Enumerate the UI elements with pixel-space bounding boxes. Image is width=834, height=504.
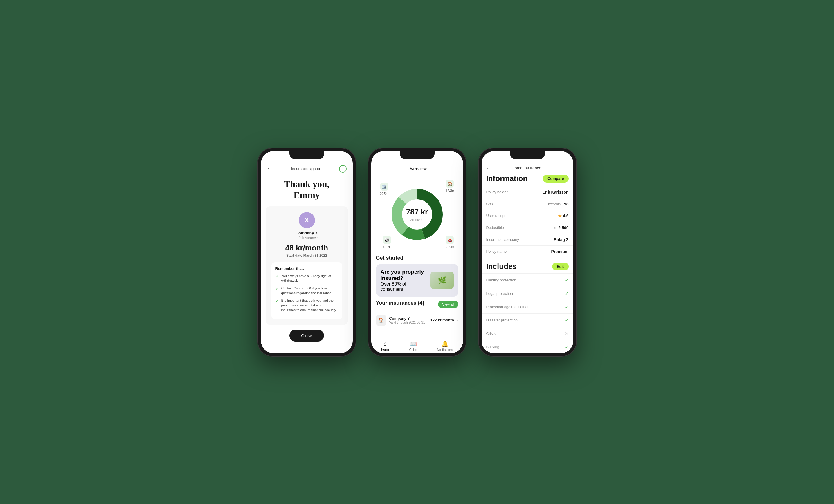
chart-icon-family: 👨‍👩‍👧 bbox=[383, 236, 391, 244]
disaster-label: Disaster protection bbox=[486, 318, 518, 322]
chart-amount-353: 353kr bbox=[445, 245, 454, 249]
cost-unit: kr/month bbox=[548, 202, 561, 206]
donut-center: 787 kr per month bbox=[406, 207, 428, 222]
chart-label-br: 🚗 353kr bbox=[445, 236, 454, 249]
deductible-value: kr 2 500 bbox=[554, 226, 569, 230]
info-row-cost: Cost kr/month 158 bbox=[482, 198, 573, 210]
chart-label-tl: 🏛️ 225kr bbox=[380, 183, 389, 196]
insurance-name: Company Y bbox=[389, 316, 427, 321]
home-nav-label: Home bbox=[381, 348, 389, 351]
check-icon-2: ✓ bbox=[276, 286, 279, 291]
deductible-label: Deductible bbox=[486, 226, 504, 230]
phone1-shell: ← Insurance signup Thank you,Emmy X Comp… bbox=[258, 148, 356, 357]
promo-subtitle: Over 80% of consumers bbox=[380, 281, 427, 292]
total-amount: 787 kr bbox=[406, 207, 428, 216]
id-theft-check-icon: ✓ bbox=[565, 304, 569, 310]
check-icon-1: ✓ bbox=[276, 274, 279, 278]
insurances-section: Your insurances (4) View all 🏠 Company Y… bbox=[371, 300, 463, 328]
nav-guide[interactable]: 📖 Guide bbox=[409, 340, 417, 351]
phone3-header: ← Home insurance bbox=[482, 163, 573, 174]
feature-id-theft: Protection against ID theft ✓ bbox=[482, 300, 573, 313]
feature-legal: Legal protection ✓ bbox=[482, 287, 573, 300]
edit-button[interactable]: Edit bbox=[552, 262, 569, 270]
insurances-title: Your insurances (4) bbox=[376, 300, 424, 306]
nav-home[interactable]: ⌂ Home bbox=[381, 340, 389, 351]
policyholder-label: Policy holder bbox=[486, 190, 508, 194]
info-row-rating: User rating ★ 4.6 bbox=[482, 210, 573, 222]
rating-label: User rating bbox=[486, 213, 505, 218]
guide-nav-icon: 📖 bbox=[410, 340, 417, 347]
includes-title: Includes bbox=[486, 262, 517, 271]
phone3-screen: ← Home insurance Information Compare Pol… bbox=[482, 151, 573, 353]
notifications-nav-label: Notifications bbox=[437, 348, 453, 351]
phone1: ← Insurance signup Thank you,Emmy X Comp… bbox=[258, 148, 356, 357]
checklist-item-2: ✓ Contact Company X if you have question… bbox=[276, 286, 338, 295]
phone1-content: ← Insurance signup Thank you,Emmy X Comp… bbox=[261, 151, 353, 353]
information-title: Information bbox=[486, 174, 528, 183]
insurances-header: Your insurances (4) View all bbox=[376, 300, 458, 309]
nav-notifications[interactable]: 🔔 Notifications bbox=[437, 340, 453, 351]
phone1-header: ← Insurance signup bbox=[261, 163, 353, 176]
phone3: ← Home insurance Information Compare Pol… bbox=[478, 148, 577, 357]
promo-heading: Are you properly insured? bbox=[380, 269, 427, 281]
home-nav-icon: ⌂ bbox=[383, 340, 387, 347]
status-circle-icon bbox=[339, 165, 347, 173]
insurance-info: Company Y Valid through 2021-06-31 bbox=[389, 316, 427, 324]
rating-number: 4.6 bbox=[563, 213, 568, 218]
rating-value: ★ 4.6 bbox=[558, 213, 568, 218]
phone3-page-title: Home insurance bbox=[512, 166, 541, 170]
phone1-page-title: Insurance signup bbox=[291, 166, 320, 171]
chart-amount-225: 225kr bbox=[380, 192, 389, 196]
insurance-icon: 🏠 bbox=[376, 315, 387, 325]
chart-amount-124: 124kr bbox=[445, 189, 454, 193]
crisis-x-icon: ✕ bbox=[565, 331, 569, 336]
phone2-shell: Overview 🏛️ 225kr 🏠 124kr bbox=[368, 148, 466, 357]
donut-chart-area: 🏛️ 225kr 🏠 124kr bbox=[371, 174, 463, 255]
bottom-nav: ⌂ Home 📖 Guide 🔔 Notifications bbox=[371, 337, 463, 353]
disaster-check-icon: ✓ bbox=[565, 317, 569, 323]
legal-check-icon: ✓ bbox=[565, 291, 569, 296]
promo-card[interactable]: Are you properly insured? Over 80% of co… bbox=[376, 264, 458, 297]
deductible-amount: 2 500 bbox=[558, 226, 568, 230]
start-date: Start date March 31 2022 bbox=[286, 254, 327, 258]
guide-nav-label: Guide bbox=[409, 348, 417, 351]
phone2-content: Overview 🏛️ 225kr 🏠 124kr bbox=[371, 151, 463, 337]
feature-liability: Liability protection ✓ bbox=[482, 273, 573, 287]
insurance-list-item[interactable]: 🏠 Company Y Valid through 2021-06-31 172… bbox=[376, 312, 458, 328]
phone3-shell: ← Home insurance Information Compare Pol… bbox=[478, 148, 577, 357]
liability-check-icon: ✓ bbox=[565, 277, 569, 283]
chevron-right-icon: › bbox=[457, 318, 458, 323]
chart-label-tr: 🏠 124kr bbox=[445, 180, 454, 193]
legal-label: Legal protection bbox=[486, 291, 513, 296]
compare-button[interactable]: Compare bbox=[543, 175, 568, 183]
back-icon[interactable]: ← bbox=[486, 165, 491, 171]
chart-icon-building: 🏛️ bbox=[380, 183, 389, 191]
view-all-button[interactable]: View all bbox=[438, 301, 458, 308]
info-row-deductible: Deductible kr 2 500 bbox=[482, 222, 573, 234]
bullying-label: Bullying bbox=[486, 345, 500, 349]
close-button[interactable]: Close bbox=[289, 329, 324, 342]
promo-image: 🌿 bbox=[431, 272, 454, 289]
phone3-notch bbox=[510, 151, 545, 159]
checklist-item-1: ✓ You always have a 30-day right of with… bbox=[276, 274, 338, 283]
policy-name-value: Premium bbox=[551, 249, 569, 254]
checklist-text-3: It is important that both you and the pe… bbox=[281, 298, 338, 312]
bullying-check-icon: ✓ bbox=[565, 344, 569, 350]
chart-amount-85: 85kr bbox=[383, 245, 390, 249]
phone2: Overview 🏛️ 225kr 🏠 124kr bbox=[368, 148, 466, 357]
info-row-policy-name: Policy name Premium bbox=[482, 246, 573, 257]
cost-label: Cost bbox=[486, 202, 494, 206]
liability-label: Liability protection bbox=[486, 278, 517, 282]
crisis-label: Crisis bbox=[486, 331, 496, 336]
check-icon-3: ✓ bbox=[276, 299, 279, 303]
insurance-validity: Valid through 2021-06-31 bbox=[389, 321, 427, 324]
back-icon[interactable]: ← bbox=[267, 166, 272, 172]
information-section-header: Information Compare bbox=[482, 174, 573, 186]
id-theft-label: Protection against ID theft bbox=[486, 305, 530, 309]
overview-header: Overview bbox=[371, 163, 463, 174]
policy-name-label: Policy name bbox=[486, 249, 507, 254]
chart-label-bl: 👨‍👩‍👧 85kr bbox=[383, 236, 391, 249]
phone1-notch bbox=[289, 151, 324, 159]
deductible-unit: kr bbox=[554, 226, 557, 230]
feature-crisis: Crisis ✕ bbox=[482, 327, 573, 340]
